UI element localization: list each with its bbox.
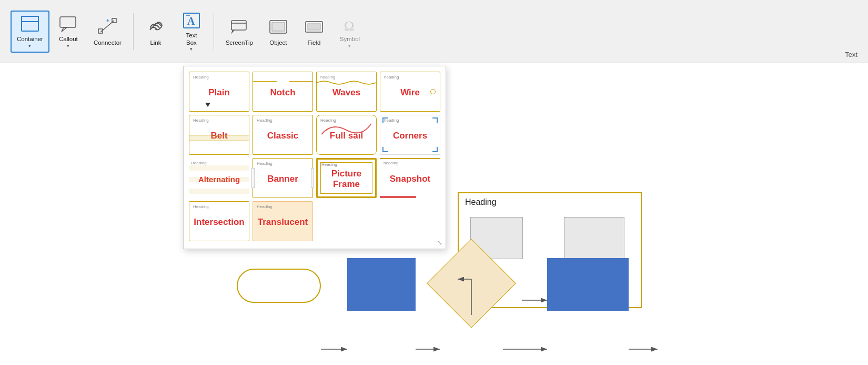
textbox-button[interactable]: A TextBox ▾ — [175, 11, 208, 53]
belt-heading: Heading — [193, 118, 209, 123]
canvas-container-heading: Heading — [459, 193, 641, 209]
svg-text:A: A — [187, 15, 195, 27]
alternating-heading: Heading — [191, 161, 207, 165]
notch-visual — [253, 72, 312, 82]
container-button[interactable]: Container ▾ — [11, 11, 49, 53]
plain-cursor — [205, 103, 210, 107]
field-label: Field — [307, 40, 320, 47]
plain-label: Plain — [208, 87, 230, 98]
waves-svg — [317, 80, 376, 86]
container-dropdown: Heading Plain Hx-ading Notch heading Wav… — [183, 66, 446, 249]
container-item-snapshot[interactable]: heading Snapshot — [380, 158, 440, 198]
snapshot-label: Snapshot — [390, 174, 430, 184]
corner-tr — [432, 117, 438, 123]
svg-rect-0 — [22, 16, 38, 31]
link-button[interactable]: Link — [139, 11, 173, 53]
svg-rect-17 — [308, 24, 320, 30]
textbox-chevron: ▾ — [190, 46, 193, 52]
container-item-banner[interactable]: Heading Banner — [253, 158, 313, 198]
wire-label: Wire — [400, 87, 420, 98]
container-item-belt[interactable]: Heading Belt — [189, 115, 249, 155]
wire-heading: heading — [384, 75, 399, 80]
screentip-button[interactable]: ScreenTip — [219, 11, 259, 53]
plain-heading: Heading — [193, 75, 209, 80]
container-item-translucent[interactable]: Heading Translucent — [253, 201, 313, 241]
object-label: Object — [269, 40, 287, 47]
container-chevron: ▾ — [28, 43, 31, 48]
svg-rect-2 — [60, 17, 76, 27]
textbox-label: TextBox — [186, 32, 197, 47]
toolbar: Container ▾ Callout ▾ + Connector — [0, 0, 868, 63]
container-item-pictureframe[interactable]: Heading Picture Frame — [316, 158, 377, 198]
link-icon — [145, 16, 166, 37]
container-icon — [19, 15, 41, 34]
blue-rect-2[interactable] — [547, 258, 629, 311]
svg-marker-13 — [231, 30, 235, 34]
object-button[interactable]: Object — [261, 11, 295, 53]
svg-text:Ω: Ω — [344, 18, 354, 34]
container-grid: Heading Plain Hx-ading Notch heading Wav… — [189, 72, 440, 241]
container-item-fullsail[interactable]: Heading Full sail — [316, 115, 377, 155]
callout-chevron: ▾ — [67, 43, 69, 48]
field-icon — [304, 16, 325, 37]
container-item-plain[interactable]: Heading Plain — [189, 72, 249, 112]
snapshot-border — [380, 196, 440, 198]
connector-button[interactable]: + Connector — [87, 11, 128, 53]
alt-line1 — [189, 165, 249, 171]
svg-marker-3 — [62, 27, 67, 32]
inner-rect-2 — [564, 217, 624, 259]
toolbar-separator-1 — [133, 13, 134, 50]
wire-circle — [430, 89, 436, 94]
callout-icon — [58, 15, 79, 34]
corner-bl — [382, 147, 388, 152]
connector-icon: + — [97, 16, 118, 37]
classic-label: Classic — [267, 131, 299, 141]
corners-label: Corners — [393, 131, 427, 141]
container-label: Container — [17, 36, 43, 43]
intersection-heading: Heading — [193, 204, 209, 209]
fullsail-svg — [317, 120, 376, 135]
classic-heading: Heading — [257, 118, 272, 123]
callout-label: Callout — [59, 36, 78, 43]
blue-rect-1[interactable] — [347, 258, 416, 311]
container-item-intersection[interactable]: Heading Intersection — [189, 201, 249, 241]
container-item-corners[interactable]: heading Corners — [380, 115, 440, 155]
translucent-heading: Heading — [257, 204, 272, 209]
symbol-label: Symbol — [340, 36, 360, 43]
toolbar-separator-2 — [214, 13, 214, 50]
corner-tl — [382, 117, 388, 123]
textbox-icon: A — [181, 11, 202, 30]
link-label: Link — [150, 40, 161, 47]
field-button[interactable]: Field — [297, 11, 331, 53]
container-item-waves[interactable]: heading Waves — [316, 72, 377, 112]
section-label: Text — [845, 51, 857, 58]
symbol-icon: Ω — [339, 15, 360, 34]
translucent-label: Translucent — [258, 217, 308, 228]
banner-heading: Heading — [257, 161, 272, 166]
object-icon — [268, 16, 289, 37]
oval-shape[interactable] — [237, 269, 321, 303]
screentip-label: ScreenTip — [226, 40, 253, 47]
waves-heading: heading — [320, 75, 335, 80]
symbol-button[interactable]: Ω Symbol ▾ — [333, 11, 367, 53]
banner-right-fold — [311, 168, 314, 188]
alt-line2 — [189, 177, 249, 182]
svg-rect-1 — [22, 16, 38, 22]
symbol-chevron: ▾ — [348, 43, 351, 48]
screentip-icon — [229, 16, 250, 37]
snapshot-top-border — [380, 158, 440, 159]
snapshot-heading: heading — [383, 161, 398, 165]
notch-label: Notch — [270, 87, 295, 98]
svg-text:+: + — [106, 18, 109, 24]
banner-left-fold — [251, 168, 255, 188]
container-item-alternating[interactable]: Heading Alternating — [189, 158, 249, 198]
callout-button[interactable]: Callout ▾ — [52, 11, 85, 53]
banner-label: Banner — [267, 174, 298, 184]
pictureframe-inner — [320, 162, 372, 194]
container-item-wire[interactable]: heading Wire — [380, 72, 440, 112]
belt-line — [189, 135, 249, 141]
container-item-classic[interactable]: Heading Classic — [253, 115, 313, 155]
container-item-notch[interactable]: Hx-ading Notch — [253, 72, 313, 112]
resize-handle[interactable]: ⤡ — [437, 239, 442, 246]
intersection-label: Intersection — [194, 217, 244, 228]
